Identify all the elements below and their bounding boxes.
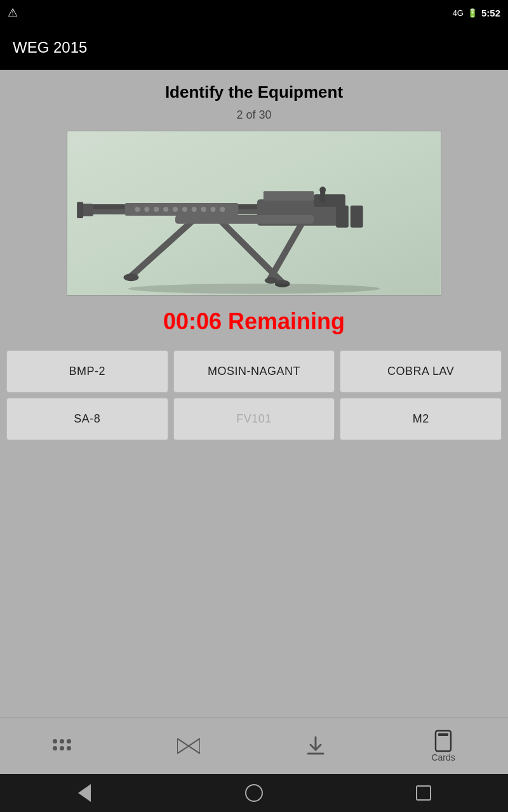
svg-point-25 (124, 273, 139, 281)
svg-point-27 (265, 277, 277, 284)
svg-rect-16 (264, 191, 314, 200)
svg-point-12 (211, 207, 216, 212)
svg-point-10 (192, 207, 197, 212)
svg-rect-20 (351, 206, 363, 228)
recent-icon (416, 785, 431, 801)
battery-icon: 🔋 (467, 8, 478, 18)
status-bar: ⚠ 4G 🔋 5:52 (0, 0, 508, 25)
recent-button[interactable] (408, 777, 439, 809)
svg-rect-36 (438, 733, 448, 736)
warning-icon: ⚠ (8, 6, 18, 20)
status-time: 5:52 (481, 8, 500, 18)
bowtie-icon (177, 738, 200, 754)
bottom-nav: Cards (0, 717, 508, 774)
svg-point-30 (128, 284, 380, 294)
quiz-title: Identify the Equipment (0, 82, 508, 102)
answer-bmp2[interactable]: BMP-2 (6, 350, 168, 393)
answer-sa8[interactable]: SA-8 (6, 398, 168, 440)
svg-rect-15 (314, 194, 345, 207)
svg-point-18 (319, 187, 326, 193)
svg-point-5 (144, 207, 149, 212)
svg-rect-24 (175, 215, 314, 224)
nav-download[interactable] (293, 731, 338, 761)
answer-grid: BMP-2 MOSIN-NAGANT COBRA LAV SA-8 FV101 … (0, 350, 508, 440)
svg-point-4 (135, 207, 140, 212)
svg-point-8 (173, 207, 178, 212)
home-icon (245, 784, 263, 802)
nav-filter[interactable] (164, 733, 213, 759)
app-bar: WEG 2015 (0, 25, 508, 70)
answer-m2[interactable]: M2 (340, 398, 502, 440)
home-button[interactable] (238, 777, 270, 809)
answer-fv101[interactable]: FV101 (173, 398, 335, 440)
nav-cards-label: Cards (431, 752, 455, 763)
download-icon (305, 736, 326, 756)
svg-rect-29 (77, 202, 83, 218)
svg-point-7 (163, 207, 168, 212)
svg-point-11 (201, 207, 206, 212)
main-content: Identify the Equipment 2 of 30 (0, 70, 508, 440)
svg-point-13 (220, 207, 225, 212)
answer-mosin[interactable]: MOSIN-NAGANT (173, 350, 335, 393)
svg-point-6 (154, 207, 159, 212)
back-button[interactable] (69, 777, 100, 809)
svg-point-9 (182, 207, 187, 212)
equipment-image (67, 131, 441, 296)
svg-marker-31 (177, 738, 189, 754)
cards-icon (433, 730, 453, 752)
system-nav (0, 774, 508, 812)
timer-display: 00:06 Remaining (0, 308, 508, 335)
quiz-counter: 2 of 30 (0, 108, 508, 122)
signal-icon: 4G (453, 8, 464, 18)
svg-rect-19 (336, 206, 349, 228)
svg-marker-32 (189, 738, 200, 754)
dots-icon (53, 739, 71, 750)
app-title: WEG 2015 (13, 39, 87, 56)
nav-cards[interactable]: Cards (418, 724, 467, 768)
nav-categories[interactable] (40, 734, 84, 758)
answer-cobra[interactable]: COBRA LAV (340, 350, 502, 393)
back-icon (78, 784, 91, 802)
